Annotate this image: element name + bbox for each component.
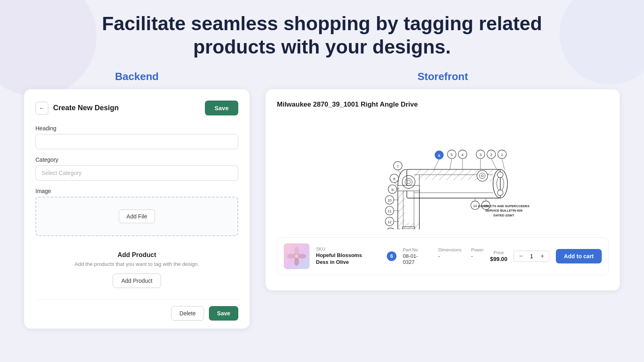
svg-rect-31 bbox=[402, 227, 415, 229]
svg-point-94 bbox=[287, 254, 295, 259]
svg-text:14: 14 bbox=[473, 204, 477, 208]
product-thumbnail bbox=[284, 243, 310, 269]
part-no-value: 08-01-0327 bbox=[403, 253, 429, 265]
backend-section: Backend ← Create New Design Save Heading… bbox=[24, 70, 250, 329]
svg-text:7: 7 bbox=[397, 164, 399, 169]
svg-line-77 bbox=[491, 158, 497, 169]
back-button[interactable]: ← bbox=[35, 102, 48, 115]
svg-line-73 bbox=[434, 159, 439, 170]
svg-text:11: 11 bbox=[388, 209, 392, 213]
add-to-cart-button[interactable]: Add to cart bbox=[556, 249, 602, 263]
svg-line-78 bbox=[502, 158, 504, 170]
svg-text:5: 5 bbox=[451, 152, 453, 157]
image-label: Image bbox=[35, 188, 238, 194]
svg-point-40 bbox=[477, 171, 488, 181]
add-file-button[interactable]: Add File bbox=[119, 210, 155, 223]
svg-rect-19 bbox=[398, 187, 419, 229]
dimensions-col: Dimensions - bbox=[438, 247, 461, 265]
price-value: $99.00 bbox=[490, 256, 508, 262]
svg-text:CORRECTS AND SUPERCCEDES: CORRECTS AND SUPERCCEDES bbox=[478, 204, 530, 208]
qty-minus-button[interactable]: − bbox=[517, 253, 524, 260]
dimensions-value: - bbox=[438, 253, 461, 259]
technical-diagram: 6 5 4 3 2 bbox=[342, 117, 543, 229]
dimensions-label: Dimensions bbox=[438, 247, 461, 252]
svg-line-24 bbox=[398, 198, 405, 206]
svg-line-30 bbox=[412, 223, 419, 229]
storefront-panel: Milwaukee 2870_39_1001 Right Angle Drive bbox=[266, 89, 620, 290]
product-card: SKU: Hopeful Blossoms Dess in Olive 6 Pa… bbox=[277, 237, 609, 275]
panel-header: ← Create New Design Save bbox=[35, 101, 238, 115]
diagram-container: 6 5 4 3 2 bbox=[277, 117, 609, 229]
category-group: Category bbox=[35, 156, 238, 181]
image-upload-area: Add File bbox=[35, 197, 238, 236]
svg-text:3: 3 bbox=[479, 152, 482, 157]
svg-point-96 bbox=[295, 254, 299, 258]
product-name: Hopeful Blossoms Dess in Olive bbox=[316, 252, 380, 266]
storefront-label: Storefront bbox=[266, 70, 620, 83]
part-no-label: Part No bbox=[403, 247, 429, 252]
qty-plus-button[interactable]: + bbox=[539, 253, 546, 260]
tag-badge: 6 bbox=[387, 251, 396, 261]
add-product-desc: Add the products that you want to tag wi… bbox=[35, 261, 238, 267]
svg-text:4: 4 bbox=[461, 152, 464, 157]
svg-point-38 bbox=[405, 179, 412, 186]
product-info: SKU: Hopeful Blossoms Dess in Olive bbox=[316, 247, 380, 266]
add-product-section: Add Product Add the products that you wa… bbox=[35, 243, 238, 292]
heading-group: Heading bbox=[35, 125, 238, 149]
svg-line-29 bbox=[407, 223, 414, 229]
image-group: Image Add File bbox=[35, 188, 238, 236]
svg-text:8: 8 bbox=[393, 177, 396, 181]
add-product-title: Add Product bbox=[35, 251, 238, 259]
svg-point-17 bbox=[497, 172, 503, 178]
svg-point-92 bbox=[294, 247, 299, 255]
svg-point-95 bbox=[298, 254, 306, 259]
delete-button[interactable]: Delete bbox=[171, 306, 204, 321]
sku-label: SKU: bbox=[316, 247, 380, 251]
svg-point-67 bbox=[386, 228, 395, 229]
add-product-button[interactable]: Add Product bbox=[113, 274, 161, 288]
heading-label: Heading bbox=[35, 125, 238, 132]
quantity-control: − 1 + bbox=[514, 251, 549, 262]
panel-title: Create New Design bbox=[53, 104, 205, 112]
category-input[interactable] bbox=[35, 165, 238, 181]
qty-value: 1 bbox=[528, 253, 536, 259]
part-no-col: Part No 08-01-0327 bbox=[403, 247, 429, 265]
svg-line-74 bbox=[450, 158, 452, 169]
svg-line-27 bbox=[398, 220, 405, 227]
svg-line-26 bbox=[398, 212, 405, 220]
svg-point-18 bbox=[497, 190, 503, 195]
svg-text:10: 10 bbox=[388, 199, 392, 203]
product-meta: Part No 08-01-0327 Dimensions - Power - bbox=[403, 247, 484, 265]
save-bottom-button[interactable]: Save bbox=[209, 306, 238, 321]
svg-line-3 bbox=[414, 169, 421, 177]
save-top-button[interactable]: Save bbox=[205, 101, 238, 115]
power-col: Power - bbox=[471, 247, 483, 265]
hero-title: Facilitate seamless shopping by tagging … bbox=[101, 12, 543, 58]
category-label: Category bbox=[35, 156, 238, 163]
svg-text:12: 12 bbox=[388, 220, 392, 224]
svg-point-39 bbox=[407, 180, 411, 184]
svg-text:6: 6 bbox=[438, 153, 440, 158]
panel-footer: Delete Save bbox=[35, 299, 238, 321]
power-label: Power bbox=[471, 247, 483, 252]
svg-text:2: 2 bbox=[490, 152, 492, 157]
price-label: Price bbox=[493, 250, 504, 255]
svg-line-25 bbox=[398, 206, 405, 213]
svg-text:1: 1 bbox=[501, 152, 503, 157]
heading-input[interactable] bbox=[35, 134, 238, 149]
svg-text:SERVICE BULLETIN 639: SERVICE BULLETIN 639 bbox=[485, 209, 523, 213]
price-section: Price $99.00 bbox=[490, 250, 508, 262]
svg-point-93 bbox=[294, 258, 299, 266]
backend-label: Backend bbox=[24, 70, 250, 83]
svg-line-23 bbox=[398, 191, 405, 198]
svg-line-80 bbox=[394, 183, 398, 185]
product-title: Milwaukee 2870_39_1001 Right Angle Drive bbox=[277, 101, 609, 109]
storefront-section: Storefront Milwaukee 2870_39_1001 Right … bbox=[266, 70, 620, 290]
backend-panel: ← Create New Design Save Heading Categor… bbox=[24, 89, 250, 329]
svg-text:9: 9 bbox=[391, 187, 393, 192]
power-value: - bbox=[471, 253, 483, 259]
svg-text:DATED 2/28/7: DATED 2/28/7 bbox=[493, 214, 514, 217]
